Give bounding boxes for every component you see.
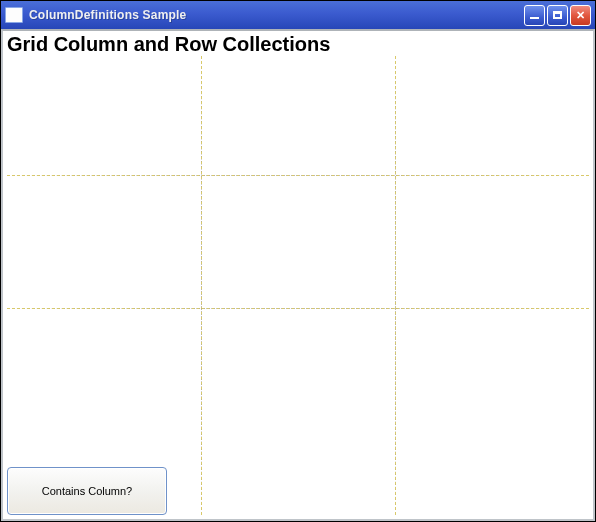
grid-vline — [201, 56, 202, 515]
close-button[interactable] — [570, 5, 591, 26]
contains-column-button[interactable]: Contains Column? — [7, 467, 167, 515]
client-area: Grid Column and Row Collections Contains… — [1, 29, 595, 521]
app-icon — [5, 7, 23, 23]
grid-lines — [7, 56, 589, 515]
grid-vline — [395, 56, 396, 515]
window-title: ColumnDefinitions Sample — [29, 8, 186, 22]
title-bar: ColumnDefinitions Sample — [1, 1, 595, 29]
page-title: Grid Column and Row Collections — [7, 33, 589, 56]
button-label: Contains Column? — [42, 485, 133, 497]
maximize-button[interactable] — [547, 5, 568, 26]
minimize-button[interactable] — [524, 5, 545, 26]
grid-hline — [7, 175, 589, 176]
grid-panel: Contains Column? — [7, 56, 589, 515]
window-controls — [524, 5, 591, 26]
grid-hline — [7, 308, 589, 309]
app-window: ColumnDefinitions Sample Grid Column and… — [0, 0, 596, 522]
